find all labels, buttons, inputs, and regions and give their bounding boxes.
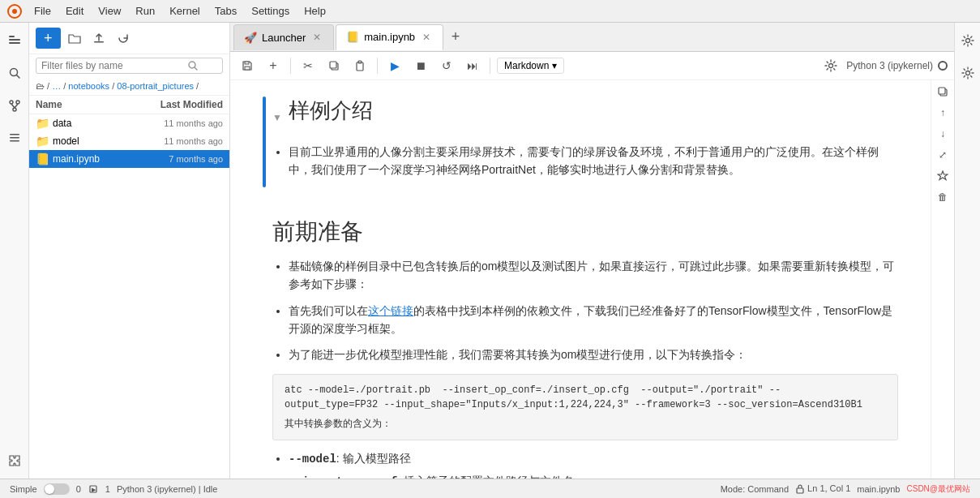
delete-button[interactable]: 🗑 <box>933 187 952 207</box>
file-toolbar: + <box>29 23 229 54</box>
file-row-data[interactable]: 📁 data 11 months ago <box>29 114 229 132</box>
svg-rect-3 <box>9 39 20 41</box>
cursor-position: Ln 1, Col 1 <box>795 483 850 494</box>
menu-view[interactable]: View <box>92 3 127 19</box>
intro-bullet-1: 目前工业界通用的人像分割主要采用绿屏技术，需要专门的绿屏设备及环境，不利于普通用… <box>289 143 898 179</box>
svg-line-17 <box>195 67 197 70</box>
refresh-button[interactable] <box>113 28 134 49</box>
section2-bullet-1: 基础镜像的样例目录中已包含转换后的om模型以及测试图片，如果直接运行，可跳过此步… <box>289 257 898 294</box>
save-button[interactable] <box>237 55 258 76</box>
breadcrumb-text: 🗁 / … / notebooks / 08-portrait_pictures… <box>36 81 199 91</box>
position-text: Ln 1, Col 1 <box>807 483 850 493</box>
toolbar-separator-3 <box>490 58 490 74</box>
svg-line-10 <box>11 104 15 108</box>
menu-help[interactable]: Help <box>297 3 332 19</box>
tab-bar: 🚀 Launcher ✕ 📒 main.ipynb ✕ + <box>230 23 954 52</box>
expand-button[interactable]: ⤢ <box>933 145 952 165</box>
notebook-toolbar: + ✂ ▶ ⏹ ↺ ⏭ Markdown ▾ Pytho <box>230 52 954 80</box>
new-file-button[interactable]: + <box>36 28 61 49</box>
notebook-area: 🚀 Launcher ✕ 📒 main.ipynb ✕ + + ✂ <box>230 23 954 479</box>
puzzle-icon[interactable] <box>3 449 26 472</box>
mode-toggle[interactable] <box>44 483 70 495</box>
breadcrumb: 🗁 / … / notebooks / 08-portrait_pictures… <box>29 77 229 96</box>
section2-bullet-list: 基础镜像的样例目录中已包含转换后的om模型以及测试图片，如果直接运行，可跳过此步… <box>272 257 898 364</box>
app-logo <box>6 3 23 19</box>
kernel-info: Python 3 (ipykernel) <box>846 60 948 71</box>
dropdown-chevron-icon: ▾ <box>552 60 557 71</box>
kernel-label: Python 3 (ipykernel) <box>846 60 933 71</box>
menu-file[interactable]: File <box>28 3 58 19</box>
file-row-model[interactable]: 📁 model 11 months ago <box>29 132 229 150</box>
new-tab-button[interactable]: + <box>445 27 466 48</box>
copy-button[interactable] <box>323 55 344 76</box>
menu-tabs[interactable]: Tabs <box>208 3 243 19</box>
svg-rect-4 <box>9 42 20 44</box>
run-all-button[interactable]: ⏭ <box>462 55 483 76</box>
menu-kernel[interactable]: Kernel <box>163 3 207 19</box>
toolbar-separator-1 <box>290 58 291 74</box>
hamburger-icon[interactable] <box>3 127 26 149</box>
svg-point-27 <box>965 39 969 43</box>
svg-point-1 <box>12 9 17 14</box>
menu-settings[interactable]: Settings <box>245 3 296 19</box>
tab-launcher-close[interactable]: ✕ <box>310 31 323 44</box>
upload-folder-button[interactable] <box>64 28 85 49</box>
search-icon[interactable] <box>3 62 26 84</box>
main-layout: + 🗁 / … / notebooks / 08-portrait_pictur… <box>0 23 980 479</box>
link-zhege[interactable]: 这个链接 <box>368 304 413 317</box>
run-cell-button[interactable]: ▶ <box>384 55 405 76</box>
scroll-up-button[interactable]: ↑ <box>933 103 952 122</box>
file-list: 📁 data 11 months ago 📁 model 11 months a… <box>29 114 229 479</box>
settings-icon[interactable] <box>820 55 841 76</box>
menu-bar: File Edit View Run Kernel Tabs Settings … <box>0 0 980 23</box>
copy-output-button[interactable] <box>933 82 952 101</box>
right-sidebar <box>954 23 980 479</box>
modified-column-header: Last Modified <box>134 99 223 110</box>
svg-rect-31 <box>797 488 803 493</box>
cell-type-select[interactable]: Markdown ▾ <box>497 58 564 74</box>
kernel-status-circle <box>938 61 948 71</box>
upload-file-button[interactable] <box>88 28 109 49</box>
left-icon-bar <box>0 23 29 479</box>
restart-button[interactable]: ↺ <box>436 55 457 76</box>
right-config-icon[interactable] <box>956 62 979 84</box>
svg-rect-18 <box>245 67 250 70</box>
stop-button[interactable]: ⏹ <box>410 55 431 76</box>
status-bar: Simple 0 ▶ 1 Python 3 (ipykernel) | Idle… <box>0 479 980 498</box>
menu-run[interactable]: Run <box>129 3 161 19</box>
file-label: data <box>53 118 71 129</box>
cut-button[interactable]: ✂ <box>297 55 319 76</box>
file-modified-data: 11 months ago <box>134 118 223 128</box>
add-cell-button[interactable]: + <box>263 55 284 76</box>
file-row-main[interactable]: 📒 main.ipynb 7 months ago <box>29 150 229 168</box>
cell-type-label: Markdown <box>504 60 549 71</box>
cell-active-bar <box>263 97 266 187</box>
notebook-icon-main: 📒 <box>36 152 49 165</box>
file-modified-main: 7 months ago <box>134 154 223 164</box>
tab-launcher[interactable]: 🚀 Launcher ✕ <box>233 24 334 50</box>
trust-button[interactable] <box>933 166 952 186</box>
svg-point-24 <box>829 64 833 68</box>
svg-point-28 <box>965 71 969 75</box>
file-label-main: main.ipynb <box>53 153 100 165</box>
scroll-down-button[interactable]: ↓ <box>933 124 952 144</box>
tab-main-ipynb[interactable]: 📒 main.ipynb ✕ <box>336 24 443 50</box>
svg-line-6 <box>16 75 19 79</box>
scroll-buttons: ↑ ↓ ⤢ 🗑 <box>931 80 954 479</box>
collapse-button[interactable]: ▼ <box>272 112 282 123</box>
filename-status: main.ipynb <box>857 484 900 494</box>
tab-notebook-label: main.ipynb <box>364 31 415 43</box>
code-note: 其中转换参数的含义为： <box>285 417 886 431</box>
git-icon[interactable] <box>3 94 26 117</box>
svg-rect-21 <box>330 62 336 68</box>
files-icon[interactable] <box>3 29 26 52</box>
tab-notebook-close[interactable]: ✕ <box>420 31 433 44</box>
right-settings-icon[interactable] <box>956 29 979 52</box>
section2-cell: 前期准备 基础镜像的样例目录中已包含转换后的om模型以及测试图片，如果直接运行，… <box>263 200 898 479</box>
menu-edit[interactable]: Edit <box>59 3 90 19</box>
cell-content-heading: ▼ 样例介绍 目前工业界通用的人像分割主要采用绿屏技术，需要专门的绿屏设备及环境… <box>272 97 898 187</box>
search-input[interactable] <box>41 60 187 71</box>
file-panel: + 🗁 / … / notebooks / 08-portrait_pictur… <box>29 23 230 479</box>
file-name-model: 📁 model <box>36 135 134 148</box>
paste-button[interactable] <box>349 55 370 76</box>
